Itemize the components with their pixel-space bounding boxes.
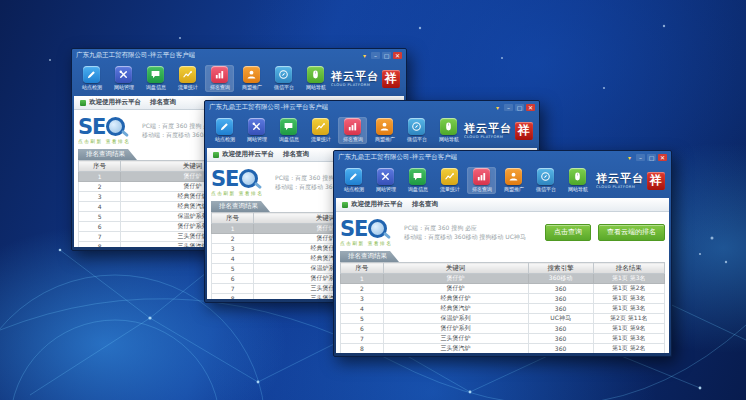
toolbar-item-site-manage[interactable]: 网站管理 [371, 167, 400, 194]
column-header[interactable]: 搜索引擎 [528, 263, 593, 274]
toolbar-item-inquiry-info[interactable]: 询盘信息 [141, 65, 170, 92]
table-cell: 第1页 第2名 [593, 284, 664, 294]
toolbar-item-inquiry-info[interactable]: 询盘信息 [274, 117, 303, 144]
table-cell: 5 [79, 212, 121, 222]
maximize-button[interactable]: ▢ [382, 52, 391, 59]
compass-icon [537, 168, 554, 185]
table-cell: 3 [79, 192, 121, 202]
toolbar-item-site-manage[interactable]: 网站管理 [242, 117, 271, 144]
titlebar[interactable]: 广东九鼎王工贸有限公司-祥云平台客户端 ▾ – ▢ ✕ [336, 151, 669, 163]
toolbar-item-wechat-platform[interactable]: 微信平台 [531, 167, 560, 194]
toolbar: 站点检测网站管理询盘信息流量统计排名查询商盟推广微信平台网站导航 祥云平台 CL… [74, 61, 404, 96]
query-button[interactable]: 点击查询 [545, 224, 591, 241]
toolbar-item-inquiry-info[interactable]: 询盘信息 [403, 167, 432, 194]
table-row[interactable]: 7三头煲仔炉360第1页 第3名 [341, 334, 665, 344]
column-header[interactable]: 排名结果 [593, 263, 664, 274]
tab-rank-results[interactable]: 排名查询结果 [340, 251, 399, 262]
message-icon [409, 168, 426, 185]
toolbar-item-site-check[interactable]: 站点检测 [339, 167, 368, 194]
table-row[interactable]: 4经典煲汽炉360第1页 第3名 [341, 304, 665, 314]
toolbar-item-label: 询盘信息 [407, 186, 427, 192]
titlebar[interactable]: 广东九鼎王工贸有限公司-祥云平台客户端 ▾ – ▢ ✕ [74, 49, 404, 61]
table-cell: 360 [528, 304, 593, 314]
minimize-button[interactable]: – [504, 104, 513, 111]
maximize-button[interactable]: ▢ [647, 154, 656, 161]
pencil-icon [345, 168, 362, 185]
toolbar-item-site-manage[interactable]: 网站管理 [109, 65, 138, 92]
pencil-icon [216, 118, 233, 135]
brand-seal-icon: 祥 [382, 70, 400, 88]
close-button[interactable]: ✕ [658, 154, 667, 161]
seo-logo-text: SE [78, 117, 105, 137]
close-button[interactable]: ✕ [393, 52, 402, 59]
minimize-button[interactable]: – [371, 52, 380, 59]
toolbar-item-site-check[interactable]: 站点检测 [210, 117, 239, 144]
engine-info-mobile: 移动端：百度移动 360移动 搜狗移动 UC神马 [404, 232, 526, 241]
maximize-button[interactable]: ▢ [515, 104, 524, 111]
table-cell: 5 [212, 264, 254, 274]
table-cell: 360移动 [528, 274, 593, 284]
table-row[interactable]: 2煲仔炉360第1页 第2名 [341, 284, 665, 294]
tab-rank-results[interactable]: 排名查询结果 [78, 149, 137, 160]
table-row[interactable]: 5保温炉系列UC神马第2页 第11名 [341, 314, 665, 324]
close-button[interactable]: ✕ [526, 104, 535, 111]
table-cell: 7 [341, 334, 384, 344]
toolbar-item-label: 商盟推广 [241, 84, 261, 90]
table-cell: 经典煲汽炉 [383, 304, 528, 314]
toolbar-item-label: 询盘信息 [278, 136, 298, 142]
magnifier-icon [239, 169, 258, 188]
toolbar-item-business-promo[interactable]: 商盟推广 [370, 117, 399, 144]
minimize-button[interactable]: – [636, 154, 645, 161]
toolbar-item-site-nav[interactable]: 网站导航 [434, 117, 463, 144]
toolbar-item-label: 网站导航 [567, 186, 587, 192]
table-cell: 经典煲仔炉 [383, 294, 528, 304]
tools-icon [377, 168, 394, 185]
toolbar-item-rank-query[interactable]: 排名查询 [467, 167, 496, 194]
toolbar-item-wechat-platform[interactable]: 微信平台 [402, 117, 431, 144]
seo-logo-text: SE [211, 169, 238, 189]
toolbar-item-site-nav[interactable]: 网站导航 [563, 167, 592, 194]
table-cell: 8 [212, 294, 254, 300]
skin-button[interactable]: ▾ [360, 52, 369, 59]
table-row[interactable]: 8三头煲汽炉360第1页 第2名 [341, 344, 665, 354]
table-row[interactable]: 6煲仔炉系列360第1页 第9名 [341, 324, 665, 334]
skin-button[interactable]: ▾ [625, 154, 634, 161]
column-header[interactable]: 序号 [79, 161, 121, 172]
toolbar-item-rank-query[interactable]: 排名查询 [205, 65, 234, 92]
table-cell: 3 [212, 244, 254, 254]
toolbar-item-rank-query[interactable]: 排名查询 [338, 117, 367, 144]
skin-button[interactable]: ▾ [493, 104, 502, 111]
brand-logo: 祥云平台 CLOUD PLATFORM 祥 [596, 172, 665, 190]
toolbar-item-label: 排名查询 [471, 186, 491, 192]
column-header[interactable]: 序号 [212, 213, 254, 224]
table-cell: 4 [79, 202, 121, 212]
toolbar-item-traffic-stats[interactable]: 流量统计 [435, 167, 464, 194]
app-window: 广东九鼎王工贸有限公司-祥云平台客户端 ▾ – ▢ ✕ 站点检测网站管理询盘信息… [333, 150, 672, 357]
table-row[interactable]: 3经典煲仔炉360第1页 第3名 [341, 294, 665, 304]
toolbar-item-business-promo[interactable]: 商盟推广 [499, 167, 528, 194]
toolbar-item-site-check[interactable]: 站点检测 [77, 65, 106, 92]
brand-logo: 祥云平台 CLOUD PLATFORM 祥 [331, 70, 400, 88]
tab-rank-results[interactable]: 排名查询结果 [211, 201, 270, 212]
toolbar-item-label: 网站管理 [113, 84, 133, 90]
tools-icon [248, 118, 265, 135]
toolbar-item-label: 网站导航 [305, 84, 325, 90]
flag-icon [80, 100, 86, 106]
toolbar-item-traffic-stats[interactable]: 流量统计 [173, 65, 202, 92]
titlebar[interactable]: 广东九鼎王工贸有限公司-祥云平台客户端 ▾ – ▢ ✕ [207, 101, 537, 113]
mouse-icon [307, 66, 324, 83]
table-cell: 8 [79, 242, 121, 248]
toolbar-item-traffic-stats[interactable]: 流量统计 [306, 117, 335, 144]
brand-text: 祥云平台 CLOUD PLATFORM [464, 123, 512, 139]
table-row[interactable]: 1煲仔炉360移动第1页 第3名 [341, 274, 665, 284]
column-header[interactable]: 序号 [341, 263, 384, 274]
line-chart-icon [441, 168, 458, 185]
mouse-icon [440, 118, 457, 135]
toolbar-item-business-promo[interactable]: 商盟推广 [237, 65, 266, 92]
toolbar-item-site-nav[interactable]: 网站导航 [301, 65, 330, 92]
column-header[interactable]: 关键词 [383, 263, 528, 274]
breadcrumb-page: 排名查询 [412, 200, 438, 209]
view-cloud-rank-button[interactable]: 查看云端的排名 [598, 224, 665, 241]
toolbar-item-wechat-platform[interactable]: 微信平台 [269, 65, 298, 92]
window-controls: ▾ – ▢ ✕ [493, 104, 535, 111]
